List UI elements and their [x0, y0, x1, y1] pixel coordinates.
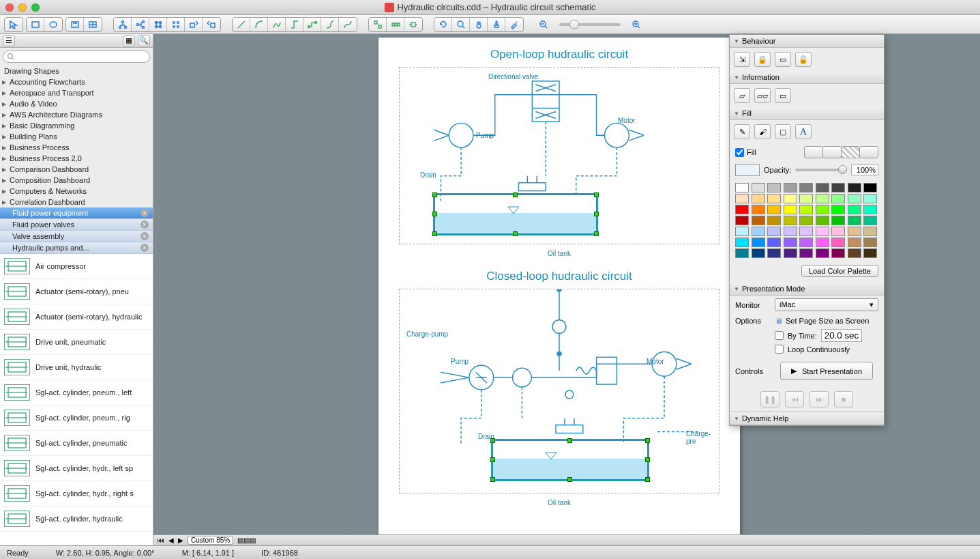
color-swatch[interactable] [752, 216, 765, 225]
library-item[interactable]: Computers & Networks [0, 186, 153, 197]
color-swatch[interactable] [816, 183, 829, 192]
grid-view-icon[interactable]: ▦ [123, 35, 135, 46]
library-item[interactable]: Audio & Video [0, 98, 153, 109]
color-swatch[interactable] [784, 205, 797, 214]
distribute-tool[interactable] [387, 18, 404, 31]
bezier-tool[interactable] [339, 18, 357, 31]
oil-tank-1[interactable] [434, 194, 597, 235]
library-item[interactable]: Correlation Dashboard [0, 197, 153, 207]
spline-tool[interactable] [268, 18, 286, 31]
refresh-tool[interactable] [434, 18, 452, 31]
color-swatch[interactable] [767, 183, 781, 192]
color-swatch[interactable] [752, 248, 765, 258]
close-icon[interactable]: × [140, 244, 149, 252]
sublibrary-item[interactable]: Fluid power equipment× [0, 207, 153, 219]
color-swatch[interactable] [767, 194, 781, 203]
page-tabs-icon[interactable]: ▤▤▤ [237, 536, 256, 544]
fill-pattern-button[interactable] [841, 146, 860, 158]
color-swatch[interactable] [863, 194, 877, 203]
zoom-window-button[interactable] [31, 3, 40, 12]
fill-color-swatch[interactable] [735, 164, 760, 176]
monitor-select[interactable]: iMac▾ [775, 298, 878, 311]
opacity-input[interactable]: 100% [851, 164, 878, 175]
color-swatch[interactable] [799, 194, 813, 203]
connector-tool[interactable] [286, 18, 303, 31]
color-swatch[interactable] [816, 227, 829, 236]
color-swatch[interactable] [831, 238, 845, 247]
color-swatch[interactable] [848, 205, 861, 214]
library-item[interactable]: Business Process [0, 142, 153, 153]
stop-button[interactable]: ■ [834, 391, 853, 407]
library-item[interactable]: Business Process 2,0 [0, 153, 153, 164]
close-icon[interactable]: × [140, 232, 149, 240]
library-item[interactable]: AWS Architecture Diagrams [0, 109, 153, 120]
arc-tool[interactable] [250, 18, 268, 31]
chain-tool[interactable] [149, 18, 167, 31]
color-swatch[interactable] [848, 238, 861, 247]
library-item[interactable]: Building Plans [0, 131, 153, 142]
color-swatch[interactable] [735, 205, 749, 214]
color-swatch[interactable] [863, 205, 877, 214]
pause-button[interactable]: ❚❚ [760, 391, 779, 407]
color-swatch[interactable] [816, 248, 829, 258]
oil-tank-2[interactable] [492, 440, 649, 481]
color-swatch[interactable] [767, 205, 781, 214]
color-swatch[interactable] [752, 205, 765, 214]
color-swatch[interactable] [767, 238, 781, 247]
shape-item[interactable]: Actuator (semi-rotary), hydraulic [0, 304, 153, 330]
color-swatch[interactable] [767, 248, 781, 258]
shadow-icon[interactable]: ▢ [775, 124, 791, 139]
color-swatch[interactable] [735, 194, 749, 203]
library-item[interactable]: Basic Diagramming [0, 120, 153, 131]
library-item[interactable]: Accounting Flowcharts [0, 76, 153, 87]
line-tool[interactable] [233, 18, 250, 31]
export-tool[interactable] [203, 18, 220, 31]
align-tool[interactable] [369, 18, 387, 31]
fill-solid-button[interactable] [804, 146, 823, 158]
sublibrary-item[interactable]: Valve assembly× [0, 231, 153, 242]
color-swatch[interactable] [863, 183, 877, 192]
pan-tool[interactable] [470, 18, 488, 31]
close-icon[interactable]: × [140, 209, 149, 217]
color-swatch[interactable] [752, 194, 765, 203]
close-window-button[interactable] [5, 3, 14, 12]
color-swatch[interactable] [863, 238, 877, 247]
next-slide-button[interactable]: ⏭ [810, 391, 829, 407]
dynamic-help-header[interactable]: Dynamic Help [730, 412, 884, 425]
color-swatch[interactable] [784, 238, 797, 247]
bytime-input[interactable] [821, 329, 862, 342]
container-icon[interactable]: ▭ [775, 52, 791, 67]
library-item[interactable]: Composition Dashboard [0, 175, 153, 186]
load-palette-button[interactable]: Load Color Palette [801, 265, 878, 277]
shape-item[interactable]: Drive unit, hydraulic [0, 355, 153, 380]
color-swatch[interactable] [735, 227, 749, 236]
search-toggle-icon[interactable]: 🔍 [138, 35, 150, 46]
fill-texture-button[interactable] [859, 146, 878, 158]
round-connector-tool[interactable] [321, 18, 339, 31]
color-swatch[interactable] [848, 216, 861, 225]
fill-section-header[interactable]: Fill [730, 107, 884, 120]
color-swatch[interactable] [735, 248, 749, 258]
color-swatch[interactable] [863, 248, 877, 258]
fill-checkbox[interactable]: Fill [735, 148, 756, 157]
color-swatch[interactable] [831, 194, 845, 203]
zoom-out-button[interactable] [535, 18, 552, 31]
library-item[interactable]: Comparison Dashboard [0, 164, 153, 175]
info-multi-icon[interactable]: ▱▱ [754, 88, 771, 103]
tree-right-tool[interactable] [132, 18, 149, 31]
zoom-select[interactable]: Custom 85% [188, 536, 233, 545]
color-swatch[interactable] [784, 194, 797, 203]
color-swatch[interactable] [816, 205, 829, 214]
color-swatch[interactable] [831, 248, 845, 258]
fill-gradient-button[interactable] [822, 146, 842, 158]
ellipse-tool[interactable] [44, 18, 62, 31]
insert-tool[interactable] [185, 18, 203, 31]
information-section-header[interactable]: Information [730, 71, 884, 84]
nav-next-icon[interactable]: ▶ [178, 536, 183, 544]
color-swatch[interactable] [816, 194, 829, 203]
prev-slide-button[interactable]: ⏮ [785, 391, 804, 407]
shape-item[interactable]: Air compressor [0, 254, 153, 279]
eyedropper-tool[interactable] [505, 18, 523, 31]
zoom-slider[interactable] [559, 23, 621, 26]
unlock-icon[interactable]: 🔓 [795, 52, 812, 67]
